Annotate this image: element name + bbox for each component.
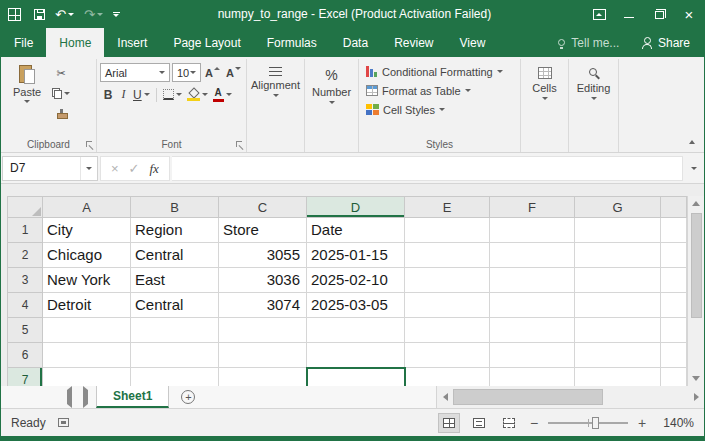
new-sheet-button[interactable]: + bbox=[169, 386, 207, 408]
cell-A4[interactable]: Detroit bbox=[43, 293, 131, 318]
scroll-down-button[interactable] bbox=[688, 371, 704, 386]
cell-D1[interactable]: Date bbox=[307, 218, 405, 243]
font-dialog-launcher[interactable] bbox=[236, 141, 244, 149]
cell-D6[interactable] bbox=[307, 343, 405, 368]
cell-C1[interactable]: Store bbox=[219, 218, 307, 243]
cell-B2[interactable]: Central bbox=[131, 243, 219, 268]
tab-formulas[interactable]: Formulas bbox=[254, 28, 330, 57]
cell-A7[interactable] bbox=[43, 368, 131, 386]
vertical-scrollbar[interactable] bbox=[687, 196, 704, 386]
enter-formula-button[interactable]: ✓ bbox=[129, 162, 140, 175]
cut-button[interactable]: ✂ bbox=[50, 65, 72, 82]
previous-sheet-button[interactable] bbox=[67, 390, 72, 404]
row-header-2[interactable]: 2 bbox=[7, 243, 43, 268]
name-box-dropdown[interactable] bbox=[80, 157, 97, 180]
cell-F6[interactable] bbox=[490, 343, 575, 368]
column-header-F[interactable]: F bbox=[490, 196, 575, 218]
number-button[interactable]: % Number bbox=[308, 61, 355, 136]
sheet-tab-sheet1[interactable]: Sheet1 bbox=[96, 386, 169, 408]
cell-D2[interactable]: 2025-01-15 bbox=[307, 243, 405, 268]
cell-B7[interactable] bbox=[131, 368, 219, 386]
cell-E2[interactable] bbox=[405, 243, 490, 268]
paste-button[interactable]: Paste bbox=[4, 61, 50, 136]
cancel-formula-button[interactable]: × bbox=[111, 162, 119, 175]
row-header-3[interactable]: 3 bbox=[7, 268, 43, 293]
editing-button[interactable]: Editing bbox=[572, 61, 615, 136]
page-layout-view-button[interactable] bbox=[468, 413, 490, 433]
tab-view[interactable]: View bbox=[447, 28, 499, 57]
cell-G7[interactable] bbox=[575, 368, 661, 386]
cell-C3[interactable]: 3036 bbox=[219, 268, 307, 293]
cell-F1[interactable] bbox=[490, 218, 575, 243]
underline-button[interactable]: U bbox=[131, 86, 152, 103]
cell-E6[interactable] bbox=[405, 343, 490, 368]
formula-bar-expand-button[interactable] bbox=[685, 156, 703, 181]
cell-B4[interactable]: Central bbox=[131, 293, 219, 318]
cell-D7[interactable] bbox=[307, 368, 405, 386]
normal-view-button[interactable] bbox=[438, 413, 460, 433]
tab-page-layout[interactable]: Page Layout bbox=[160, 28, 253, 57]
conditional-formatting-button[interactable]: Conditional Formatting bbox=[362, 62, 517, 81]
increase-font-size-button[interactable]: A bbox=[203, 64, 222, 81]
fill-color-button[interactable] bbox=[185, 86, 210, 103]
cell-styles-button[interactable]: Cell Styles bbox=[362, 100, 517, 119]
tab-home[interactable]: Home bbox=[46, 28, 104, 57]
zoom-slider-thumb[interactable] bbox=[592, 417, 599, 429]
row-header-6[interactable]: 6 bbox=[7, 343, 43, 368]
insert-function-button[interactable]: fx bbox=[150, 162, 159, 175]
font-name-combobox[interactable]: Arial bbox=[100, 63, 170, 82]
cell-A3[interactable]: New York bbox=[43, 268, 131, 293]
cell-E7[interactable] bbox=[405, 368, 490, 386]
cell-E3[interactable] bbox=[405, 268, 490, 293]
zoom-slider[interactable] bbox=[548, 422, 628, 424]
cell-G3[interactable] bbox=[575, 268, 661, 293]
cell-C7[interactable] bbox=[219, 368, 307, 386]
tab-review[interactable]: Review bbox=[381, 28, 446, 57]
row-header-1[interactable]: 1 bbox=[7, 218, 43, 243]
cell-B1[interactable]: Region bbox=[131, 218, 219, 243]
cell-D4[interactable]: 2025-03-05 bbox=[307, 293, 405, 318]
alignment-button[interactable]: Alignment bbox=[250, 61, 301, 136]
zoom-out-button[interactable]: − bbox=[528, 416, 540, 430]
tell-me-box[interactable]: Tell me... bbox=[558, 28, 619, 57]
macro-record-button[interactable] bbox=[58, 416, 69, 430]
scroll-left-button[interactable] bbox=[437, 386, 453, 408]
cell-G2[interactable] bbox=[575, 243, 661, 268]
cell-F7[interactable] bbox=[490, 368, 575, 386]
cell-C6[interactable] bbox=[219, 343, 307, 368]
cell-B3[interactable]: East bbox=[131, 268, 219, 293]
tab-data[interactable]: Data bbox=[330, 28, 381, 57]
page-break-view-button[interactable] bbox=[498, 413, 520, 433]
column-header-C[interactable]: C bbox=[219, 196, 307, 218]
excel-app-button[interactable] bbox=[1, 0, 27, 28]
name-box[interactable]: D7 bbox=[2, 156, 98, 181]
next-sheet-button[interactable] bbox=[83, 390, 88, 404]
cell-F3[interactable] bbox=[490, 268, 575, 293]
scroll-up-button[interactable] bbox=[688, 196, 704, 211]
decrease-font-size-button[interactable]: A bbox=[224, 64, 243, 81]
copy-button[interactable] bbox=[50, 85, 72, 102]
zoom-percentage[interactable]: 140% bbox=[656, 416, 694, 430]
cell-A5[interactable] bbox=[43, 318, 131, 343]
format-as-table-button[interactable]: Format as Table bbox=[362, 81, 517, 100]
cell-G6[interactable] bbox=[575, 343, 661, 368]
vertical-scrollbar-thumb[interactable] bbox=[691, 213, 702, 318]
clipboard-dialog-launcher[interactable] bbox=[86, 141, 94, 149]
redo-button[interactable]: ↷ bbox=[79, 0, 108, 28]
column-header-A[interactable]: A bbox=[43, 196, 131, 218]
save-button[interactable] bbox=[29, 0, 50, 28]
tab-insert[interactable]: Insert bbox=[104, 28, 160, 57]
zoom-in-button[interactable]: + bbox=[636, 416, 648, 430]
cells-button[interactable]: Cells bbox=[524, 61, 565, 136]
bold-button[interactable]: B bbox=[100, 86, 116, 103]
customize-quick-access-button[interactable] bbox=[108, 0, 125, 28]
cell-E5[interactable] bbox=[405, 318, 490, 343]
scroll-right-button[interactable] bbox=[688, 386, 704, 408]
cell-G4[interactable] bbox=[575, 293, 661, 318]
share-button[interactable]: Share bbox=[628, 28, 704, 57]
font-size-combobox[interactable]: 10 bbox=[172, 63, 201, 82]
close-button[interactable]: × bbox=[674, 0, 704, 28]
cell-B6[interactable] bbox=[131, 343, 219, 368]
column-header-G[interactable]: G bbox=[575, 196, 661, 218]
borders-button[interactable] bbox=[161, 86, 184, 103]
